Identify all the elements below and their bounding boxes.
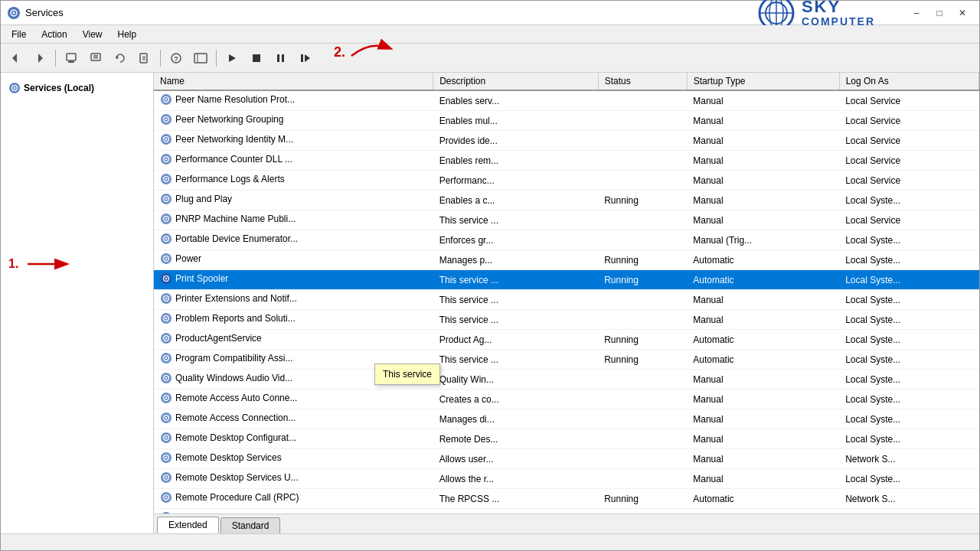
service-status-cell [598,151,687,171]
close-button[interactable]: ✕ [952,5,973,21]
service-desc-cell: Provides ide... [433,131,599,151]
table-row[interactable]: Plug and Play Enables a c...RunningManua… [154,191,979,210]
service-logon-cell: Local Service [839,111,978,131]
table-row[interactable]: PNRP Machine Name Publi... This service … [154,210,979,230]
col-name[interactable]: Name [154,73,433,90]
svg-point-56 [165,238,167,240]
menu-action[interactable]: Action [34,28,74,41]
service-name-cell: Problem Reports and Soluti... [154,310,433,330]
menu-help[interactable]: Help [110,28,145,41]
service-startup-cell: Manual [687,429,839,449]
service-logon-cell: Local Syste... [839,370,978,390]
table-row[interactable]: Performance Logs & Alerts Performanc...M… [154,171,979,191]
table-row[interactable]: Performance Counter DLL ... Enables rem.… [154,151,979,171]
service-name-cell: ProductAgentService [154,330,433,350]
service-desc-cell: Enables mul... [433,111,599,131]
service-startup-cell: Manual [687,111,839,131]
svg-point-50 [165,198,167,200]
services-local-icon [8,82,21,94]
table-row[interactable]: Peer Name Resolution Prot... Enables ser… [154,90,979,111]
svg-rect-28 [301,54,303,62]
services-table[interactable]: Name Description Status Startup Type Log… [154,73,979,514]
svg-rect-26 [277,54,279,62]
show-hide-button[interactable] [84,47,107,69]
pause-service-button[interactable] [270,47,292,69]
table-row[interactable]: Power Manages p...RunningAutomaticLocal … [154,250,979,270]
service-status-cell: Running [598,330,687,350]
svg-rect-22 [194,54,207,63]
col-startup[interactable]: Startup Type [687,73,839,90]
table-row[interactable]: ProductAgentService Product Ag...Running… [154,330,979,350]
status-bar [1,533,979,550]
service-startup-cell: Automatic [687,350,839,370]
services-list-table: Name Description Status Startup Type Log… [154,73,979,514]
up-button[interactable] [60,47,83,69]
help-button[interactable]: ? [165,47,188,69]
service-name-cell: Remote Access Auto Conne... [154,390,433,409]
properties-button[interactable] [189,47,212,69]
service-name-cell: Remote Desktop Configurat... [154,429,433,449]
start-service-button[interactable] [220,47,243,69]
menu-view[interactable]: View [75,28,110,41]
maximize-button[interactable]: □ [929,5,950,21]
service-desc-cell: Manages di... [433,409,599,429]
resume-service-button[interactable] [294,47,317,69]
service-startup-cell: Automatic [687,270,839,290]
service-logon-cell: Local Syste... [839,409,978,429]
table-row[interactable]: Program Compatibility Assi... This servi… [154,350,979,370]
menu-file[interactable]: File [4,28,34,41]
table-row[interactable]: Remote Procedure Call (RPC) The RPCSS ..… [154,489,979,509]
service-startup-cell: Manual [687,131,839,151]
table-row[interactable]: Remote Access Connection... Manages di..… [154,409,979,429]
table-row[interactable]: Peer Networking Grouping Enables mul...M… [154,111,979,131]
table-row[interactable]: Portable Device Enumerator... Enforces g… [154,230,979,250]
service-status-cell: Running [598,250,687,270]
col-description[interactable]: Description [433,73,599,90]
stop-service-button[interactable] [245,47,268,69]
minimize-button[interactable]: – [906,5,927,21]
service-name-cell: Plug and Play [154,191,433,210]
service-status-cell [598,290,687,310]
service-logon-cell: Local Syste... [839,230,978,250]
svg-marker-24 [229,54,236,62]
sidebar: Services (Local) [1,73,154,533]
export-button[interactable] [133,47,156,69]
svg-marker-8 [12,54,17,63]
table-row[interactable]: Quality Windows Audio Vid... Quality Win… [154,370,979,390]
col-logon[interactable]: Log On As [839,73,978,90]
service-logon-cell: Local Syste... [839,191,978,210]
service-status-cell [598,111,687,131]
table-row[interactable]: Problem Reports and Soluti... This servi… [154,310,979,330]
service-desc-cell: Creates a co... [433,390,599,409]
service-desc-cell: Allows user... [433,449,599,469]
table-row[interactable]: Print Spooler This service ...RunningAut… [154,270,979,290]
table-row[interactable]: Printer Extensions and Notif... This ser… [154,290,979,310]
arrow-2-svg [348,37,394,60]
service-desc-cell: Enables a c... [433,191,599,210]
table-row[interactable]: Remote Access Auto Conne... Creates a co… [154,390,979,409]
service-name-cell: Performance Logs & Alerts [154,171,433,191]
service-name-cell: Peer Networking Identity M... [154,131,433,151]
table-row[interactable]: Remote Desktop Services U... Allows the … [154,469,979,489]
service-status-cell [598,171,687,191]
toolbar-sep-2 [160,50,161,67]
service-status-cell [598,469,687,489]
service-startup-cell: Manual [687,171,839,191]
svg-rect-25 [253,54,260,62]
refresh-button[interactable] [109,47,132,69]
forward-button[interactable] [28,47,51,69]
svg-rect-27 [282,54,284,62]
service-name-cell: PNRP Machine Name Publi... [154,210,433,230]
main-content: Services (Local) Name Description Status… [1,73,979,533]
service-desc-cell: This service ... [433,210,599,230]
tab-standard[interactable]: Standard [220,517,281,533]
table-row[interactable]: Remote Desktop Services Allows user...Ma… [154,449,979,469]
table-row[interactable]: Peer Networking Identity M... Provides i… [154,131,979,151]
col-status[interactable]: Status [598,73,687,90]
service-status-cell [598,429,687,449]
tab-extended[interactable]: Extended [157,517,219,533]
service-startup-cell: Manual (Trig... [687,230,839,250]
table-row[interactable]: Remote Desktop Configurat... Remote Des.… [154,429,979,449]
svg-point-83 [165,417,167,419]
back-button[interactable] [4,47,27,69]
